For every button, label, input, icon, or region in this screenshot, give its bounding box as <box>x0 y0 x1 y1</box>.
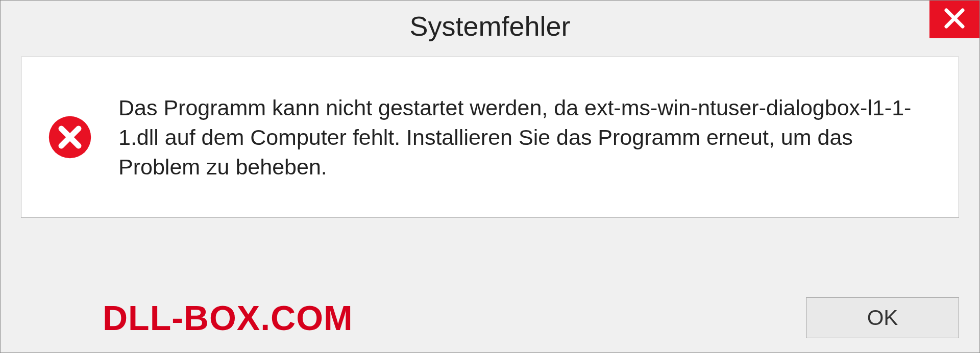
titlebar: Systemfehler <box>1 1 979 52</box>
watermark-text: DLL-BOX.COM <box>103 298 353 338</box>
close-icon <box>942 6 967 33</box>
footer: DLL-BOX.COM OK <box>1 297 979 338</box>
content-area: Das Programm kann nicht gestartet werden… <box>21 57 959 218</box>
error-dialog: Systemfehler Das Programm kann nicht ges… <box>0 0 980 353</box>
dialog-title: Systemfehler <box>409 10 570 42</box>
error-icon <box>47 114 93 160</box>
ok-button[interactable]: OK <box>806 297 959 338</box>
error-message: Das Programm kann nicht gestartet werden… <box>118 93 915 182</box>
close-button[interactable] <box>929 1 979 38</box>
